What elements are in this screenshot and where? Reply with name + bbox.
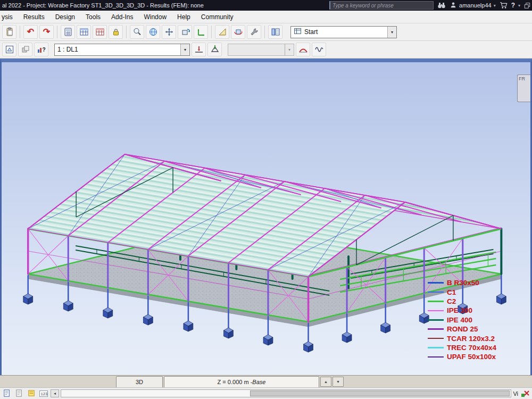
viewport-3d[interactable]: FR B R30x50 C1 C2 IPE 300 IPE 400 xyxy=(0,59,532,375)
load-info-icon[interactable] xyxy=(192,43,206,56)
menu-item-tools[interactable]: Tools xyxy=(80,12,106,22)
legend-item: TCAR 120x3.2 xyxy=(428,334,532,343)
status-bar: 123 ◂ Vi xyxy=(0,387,532,399)
search-input[interactable] xyxy=(330,3,433,9)
zoom-all-globe-icon[interactable] xyxy=(146,25,160,39)
layers-icon[interactable] xyxy=(18,43,32,56)
legend-color-line xyxy=(428,338,444,339)
toolbar-separator xyxy=(264,26,265,38)
status-right-label: Vi xyxy=(513,390,518,397)
start-combo-value: Start xyxy=(304,28,318,36)
floating-panel[interactable]: FR xyxy=(517,74,530,102)
axes-icon[interactable] xyxy=(194,25,208,39)
tab-scroll-down-icon[interactable]: ▼ xyxy=(332,377,344,387)
attribute-help-icon[interactable]: ? xyxy=(34,43,48,56)
numeric-badge-icon[interactable]: 123 xyxy=(38,389,49,398)
menu-item-window[interactable]: Window xyxy=(138,12,172,22)
search-box xyxy=(329,1,434,10)
title-bar: al 2022 - Project: Worabe Factory ST1_3D… xyxy=(0,0,532,11)
chevron-down-icon: ▾ xyxy=(494,3,496,8)
restore-window-icon[interactable] xyxy=(523,1,531,10)
combo-dropdown-icon[interactable]: ▾ xyxy=(387,27,396,38)
legend-color-line xyxy=(428,356,444,358)
menu-item-community[interactable]: Community xyxy=(196,12,239,22)
projection-view-icon[interactable] xyxy=(2,43,16,56)
menu-item-addins[interactable]: Add-Ins xyxy=(106,12,138,22)
undo-icon[interactable]: ↶ xyxy=(23,25,38,39)
menu-item-design[interactable]: Design xyxy=(50,12,80,22)
legend-label: UPAF 50x100x xyxy=(447,353,496,361)
help-question-mark: ? xyxy=(511,2,515,9)
floating-panel-label: FR xyxy=(519,76,525,81)
legend-color-line xyxy=(428,292,444,293)
tab-3d-view[interactable]: 3D xyxy=(116,376,163,387)
legend-label: TCAR 120x3.2 xyxy=(447,335,495,343)
load-case-combo[interactable]: 1 : DL1 ▾ xyxy=(54,44,190,56)
legend-item: C2 xyxy=(428,297,532,306)
zoom-icon[interactable] xyxy=(130,25,144,39)
legend-color-line xyxy=(428,282,444,284)
calculator-icon[interactable] xyxy=(61,25,75,39)
pan-view-icon[interactable] xyxy=(162,25,176,39)
apply-load-icon[interactable] xyxy=(207,43,222,56)
toolbar-separator xyxy=(57,26,57,38)
scrollbar-thumb[interactable] xyxy=(250,390,510,396)
sheet-blue-icon[interactable] xyxy=(2,389,12,398)
menu-item-help[interactable]: Help xyxy=(172,12,196,22)
sheet-gray-icon[interactable] xyxy=(14,389,24,398)
mode-combo: ▾ xyxy=(228,44,294,56)
rotate-view-icon[interactable] xyxy=(178,25,192,39)
help-chevron-icon[interactable]: ▾ xyxy=(518,3,520,8)
redo-icon[interactable]: ↷ xyxy=(39,25,54,39)
legend: B R30x50 C1 C2 IPE 300 IPE 400 ROND 25 xyxy=(428,278,532,362)
legend-label: IPE 300 xyxy=(447,306,472,314)
legend-color-line xyxy=(428,310,444,312)
wave-icon[interactable] xyxy=(312,43,326,56)
legend-label: C1 xyxy=(447,288,456,296)
user-menu[interactable]: amanuelp44 ▾ xyxy=(450,1,496,10)
legend-item: IPE 300 xyxy=(428,306,532,315)
arch-diagram-icon[interactable] xyxy=(296,43,310,56)
legend-color-line xyxy=(428,347,444,348)
orbit-3d-icon[interactable] xyxy=(231,25,245,39)
cart-icon[interactable] xyxy=(499,1,508,10)
note-yellow-icon[interactable] xyxy=(26,389,37,398)
start-layout-combo[interactable]: Start ▾ xyxy=(290,26,397,38)
measure-icon[interactable] xyxy=(215,25,229,39)
paste-icon[interactable] xyxy=(2,25,16,39)
combo-dropdown-icon[interactable]: ▾ xyxy=(180,44,189,55)
horizontal-scrollbar[interactable] xyxy=(61,389,511,397)
combo-dropdown-icon: ▾ xyxy=(285,44,294,55)
tab-level-name: Base xyxy=(252,379,265,385)
menu-item-results[interactable]: Results xyxy=(18,12,50,22)
wrench-icon[interactable] xyxy=(247,25,261,39)
legend-color-line xyxy=(428,301,444,302)
help-icon[interactable]: ? xyxy=(511,1,515,10)
legend-label: C2 xyxy=(447,297,456,305)
lock-icon[interactable] xyxy=(109,25,123,39)
user-name: amanuelp44 xyxy=(459,2,492,9)
svg-text:?: ? xyxy=(42,47,45,53)
layout-grid-icon xyxy=(294,27,302,37)
legend-label: ROND 25 xyxy=(447,325,478,333)
view-tab-strip: 3D Z = 0.000 m - Base ▲ ▼ xyxy=(0,375,532,387)
toolbar-main: ↶ ↷ xyxy=(0,23,532,41)
edit-table-icon[interactable] xyxy=(93,25,107,39)
close-view-icon[interactable] xyxy=(520,389,530,398)
binoculars-icon[interactable] xyxy=(437,1,446,10)
legend-label: IPE 400 xyxy=(447,316,472,324)
legend-item: B R30x50 xyxy=(428,278,532,287)
user-icon xyxy=(450,1,457,10)
tab-level-prefix: Z = 0.000 m - xyxy=(218,379,253,385)
menu-item-analysis[interactable]: ysis xyxy=(0,12,18,22)
layout-panel-icon[interactable] xyxy=(268,25,282,39)
results-table-icon[interactable] xyxy=(77,25,91,39)
scroll-left-icon[interactable]: ◂ xyxy=(51,389,59,397)
legend-item: UPAF 50x100x xyxy=(428,352,532,361)
tab-scroll-up-icon[interactable]: ▲ xyxy=(320,377,331,387)
legend-label: TREC 70x40x4 xyxy=(447,344,496,352)
toolbar-separator xyxy=(211,26,212,38)
tab-level-view[interactable]: Z = 0.000 m - Base xyxy=(164,376,319,387)
toolbar-separator xyxy=(126,26,127,38)
svg-text:123: 123 xyxy=(41,392,48,396)
